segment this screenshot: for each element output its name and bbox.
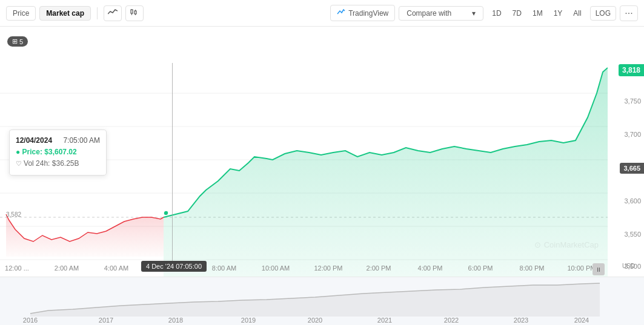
tooltip-price: Price: $3,607.02 <box>16 146 100 158</box>
x-label-2pm: 2:00 PM <box>367 264 391 272</box>
more-options-btn[interactable]: ··· <box>620 5 638 21</box>
line-icon <box>108 8 118 18</box>
year-2019: 2019 <box>241 317 256 324</box>
candle-icon <box>130 8 139 18</box>
ellipsis-icon: ··· <box>625 8 632 19</box>
time-all-btn[interactable]: All <box>568 7 586 20</box>
current-price-value: 3,818 <box>622 66 640 74</box>
line-chart-btn[interactable] <box>104 5 122 21</box>
y-label-3750: 3,750 <box>624 97 641 105</box>
layers-icon: ⊞ <box>12 38 18 45</box>
svg-point-15 <box>164 211 168 215</box>
layers-count: 5 <box>19 38 23 45</box>
x-label-2am: 2:00 AM <box>55 264 79 272</box>
watermark-icon: ⊙ <box>534 240 541 249</box>
heart-icon: ♡ <box>16 160 24 167</box>
tooltip-date: 12/04/2024 7:05:00 AM <box>16 135 100 146</box>
trading-view-btn[interactable]: TradingView <box>330 5 395 21</box>
divider-1 <box>97 7 98 19</box>
year-2018: 2018 <box>168 317 183 324</box>
x-label-10pm: 10:00 PM <box>567 264 596 272</box>
low-price-label: 3,582 <box>6 211 21 218</box>
compare-label: Compare with <box>407 9 451 18</box>
mini-chart-area[interactable]: 2016 2017 2018 2019 2020 2021 2022 2023 … <box>0 277 644 325</box>
currency-label: USD <box>622 263 635 269</box>
y-label-3600: 3,600 <box>624 197 641 205</box>
y-label-3550: 3,550 <box>624 231 641 238</box>
x-label-4am: 4:00 AM <box>104 264 128 272</box>
svg-rect-3 <box>134 11 136 14</box>
mid-price-value: 3,665 <box>623 165 640 172</box>
price-chart-svg <box>0 63 608 311</box>
crosshair-line <box>172 63 173 271</box>
tooltip-time: 7:05:00 AM <box>63 136 100 145</box>
x-label-0: 12:00 ... <box>5 264 29 272</box>
watermark-text: CoinMarketCap <box>544 240 599 249</box>
current-price-badge: 3,818 <box>619 64 644 76</box>
x-label-12pm: 12:00 PM <box>314 264 342 272</box>
chevron-down-icon: ▾ <box>472 9 476 18</box>
trading-view-icon <box>337 8 345 18</box>
x-label-10am: 10:00 AM <box>262 264 290 272</box>
crosshair-date-tooltip: 4 Dec '24 07:05:00 <box>141 261 207 272</box>
time-1y-btn[interactable]: 1Y <box>549 7 568 20</box>
price-tab[interactable]: Price <box>6 6 36 21</box>
pause-btn[interactable]: ⏸ <box>593 263 605 275</box>
year-2020: 2020 <box>308 317 322 324</box>
pause-icon: ⏸ <box>596 266 602 273</box>
time-1m-btn[interactable]: 1M <box>528 7 548 20</box>
x-label-6pm: 6:00 PM <box>468 264 493 272</box>
time-7d-btn[interactable]: 7D <box>508 7 526 20</box>
candle-chart-btn[interactable] <box>125 5 144 21</box>
year-2017: 2017 <box>99 317 113 324</box>
year-2024: 2024 <box>574 317 589 324</box>
mini-chart-svg <box>0 280 608 317</box>
x-label-4pm: 4:00 PM <box>418 264 443 272</box>
x-label-8am: 8:00 AM <box>212 264 236 272</box>
y-label-3700: 3,700 <box>624 131 641 138</box>
compare-dropdown[interactable]: Compare with ▾ <box>399 6 483 21</box>
time-period-buttons: 1D 7D 1M 1Y All <box>487 7 586 20</box>
tooltip-volume: ♡ Vol 24h: $36.25B <box>16 158 100 169</box>
log-btn[interactable]: LOG <box>590 6 616 21</box>
chart-tooltip: 12/04/2024 7:05:00 AM Price: $3,607.02 ♡… <box>9 130 107 176</box>
svg-rect-0 <box>131 10 133 13</box>
time-1d-btn[interactable]: 1D <box>487 7 506 20</box>
coinmarketcap-watermark: ⊙ CoinMarketCap <box>534 240 599 249</box>
year-2021: 2021 <box>377 317 392 324</box>
layers-badge[interactable]: ⊞ 5 <box>7 36 28 47</box>
trading-view-label: TradingView <box>348 9 388 18</box>
market-cap-tab[interactable]: Market cap <box>39 6 91 21</box>
year-2022: 2022 <box>444 317 459 324</box>
year-2016: 2016 <box>23 317 38 324</box>
x-label-8pm: 8:00 PM <box>520 264 545 272</box>
mid-price-badge: 3,665 <box>620 163 644 174</box>
main-chart-area: 3,800 3,750 3,700 3,650 3,600 3,550 3,50… <box>0 27 644 325</box>
year-2023: 2023 <box>514 317 528 324</box>
chart-toolbar: Price Market cap TradingView Compare wit… <box>0 0 644 27</box>
